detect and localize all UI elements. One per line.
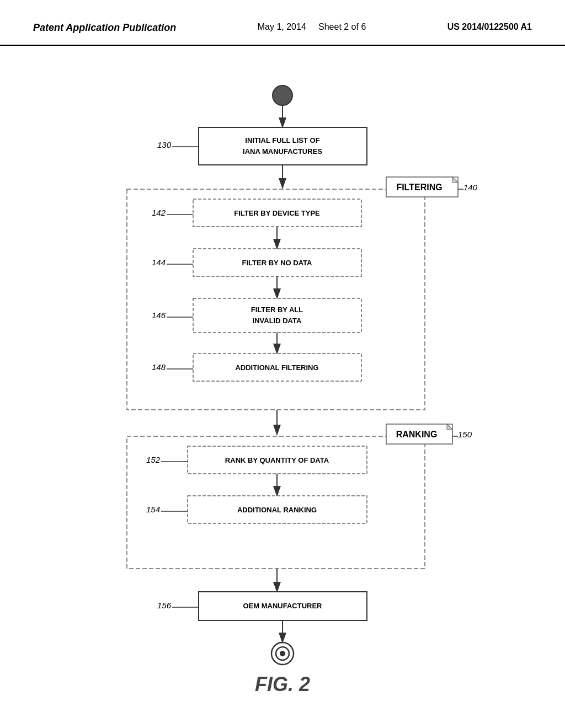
ref-146: 146 (152, 311, 166, 320)
end-node-dot (280, 651, 285, 656)
node-130 (199, 127, 367, 165)
ref-156: 156 (157, 601, 172, 610)
node-146 (193, 298, 361, 333)
node-144-text: FILTER BY NO DATA (242, 259, 312, 267)
ref-144: 144 (152, 258, 166, 267)
filtering-label: FILTERING (396, 183, 442, 192)
ref-130: 130 (157, 140, 172, 149)
ref-154: 154 (146, 505, 160, 514)
header-sheet: Sheet 2 of 6 (318, 22, 366, 31)
ref-152: 152 (146, 455, 161, 464)
node-146-text1: FILTER BY ALL (251, 306, 303, 314)
ref-140: 140 (463, 183, 478, 192)
header: Patent Application Publication May 1, 20… (0, 0, 565, 46)
ranking-label: RANKING (396, 430, 438, 439)
figure-label: FIG. 2 (255, 673, 310, 695)
start-node (273, 85, 292, 105)
ref-150: 150 (458, 430, 472, 439)
node-130-text2: IANA MANUFACTURES (243, 147, 322, 156)
diagram-area: INITIAL FULL LIST OF IANA MANUFACTURES 1… (0, 46, 565, 708)
header-date: May 1, 2014 (258, 22, 306, 31)
node-130-text1: INITIAL FULL LIST OF (245, 136, 319, 144)
node-146-text2: INVALID DATA (253, 317, 302, 325)
header-center: May 1, 2014 Sheet 2 of 6 (258, 22, 366, 32)
node-156-text: OEM MANUFACTURER (243, 602, 323, 610)
ref-148: 148 (152, 362, 166, 372)
header-right: US 2014/0122500 A1 (447, 22, 532, 32)
node-152-text: RANK BY QUANTITY OF DATA (225, 456, 329, 464)
node-154-text: ADDITIONAL RANKING (237, 506, 317, 514)
header-left: Patent Application Publication (33, 22, 176, 34)
ref-142: 142 (152, 208, 166, 217)
page: Patent Application Publication May 1, 20… (0, 0, 565, 728)
node-148-text: ADDITIONAL FILTERING (235, 363, 318, 372)
node-142-text: FILTER BY DEVICE TYPE (234, 209, 320, 217)
